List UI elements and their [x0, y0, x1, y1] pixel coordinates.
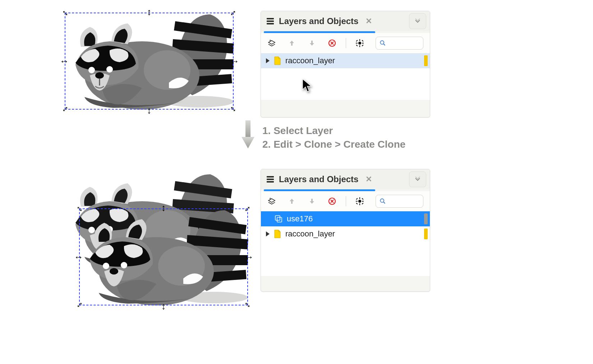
clone-icon: [275, 215, 282, 223]
resize-handle-r[interactable]: ↔: [244, 253, 253, 261]
resize-handle-b[interactable]: ↕: [145, 106, 153, 115]
search-input[interactable]: [376, 195, 423, 208]
layer-row-raccoon[interactable]: raccoon_layer: [261, 53, 430, 68]
disclosure-triangle[interactable]: [266, 231, 270, 236]
svg-rect-22: [356, 45, 358, 46]
svg-point-61: [380, 199, 384, 202]
svg-rect-12: [267, 23, 274, 24]
instruction-line-2: 2. Edit > Clone > Create Clone: [262, 138, 405, 151]
disclosure-triangle[interactable]: [266, 58, 270, 63]
svg-rect-11: [267, 20, 274, 22]
svg-rect-16: [359, 39, 360, 41]
svg-rect-17: [359, 45, 360, 47]
panel-title[interactable]: Layers and Objects ✕: [266, 174, 372, 184]
layers-icon: [266, 175, 275, 183]
svg-rect-54: [359, 203, 360, 205]
layers-icon: [266, 17, 275, 25]
instruction-line-1: 1. Select Layer: [262, 124, 405, 138]
raise-button[interactable]: [288, 197, 296, 206]
panel-header: Layers and Objects ✕: [261, 169, 430, 189]
svg-rect-20: [356, 40, 358, 42]
resize-handle-t[interactable]: ↕: [159, 203, 168, 212]
layer-row-clone[interactable]: use176: [261, 211, 430, 226]
delete-button[interactable]: [328, 39, 336, 47]
panel-title-text: Layers and Objects: [279, 16, 358, 26]
color-swatch[interactable]: [424, 213, 428, 224]
svg-rect-59: [356, 203, 358, 204]
svg-line-62: [383, 202, 385, 204]
arrow-down-icon: [241, 120, 255, 149]
svg-rect-26: [245, 120, 250, 138]
svg-rect-64: [277, 217, 282, 222]
search-icon: [380, 40, 386, 46]
svg-text:+: +: [269, 39, 271, 42]
color-swatch[interactable]: [424, 229, 428, 239]
svg-rect-63: [275, 216, 280, 220]
resize-handle-l[interactable]: ↔: [60, 57, 68, 65]
delete-button[interactable]: [328, 197, 336, 206]
layer-row-raccoon[interactable]: raccoon_layer: [261, 226, 430, 241]
gear-icon: [356, 197, 364, 205]
settings-button[interactable]: [355, 197, 364, 206]
new-layer-button[interactable]: +: [267, 39, 276, 47]
layers-panel-before: Layers and Objects ✕ +: [261, 11, 430, 118]
layer-file-icon: [274, 230, 281, 238]
chevron-down-icon: [414, 176, 421, 183]
toolbar-separator: [346, 196, 346, 206]
gear-icon: [356, 39, 364, 47]
instruction-text: 1. Select Layer 2. Edit > Clone > Create…: [262, 124, 405, 151]
svg-rect-53: [359, 197, 360, 199]
svg-rect-48: [267, 179, 274, 180]
svg-rect-55: [356, 201, 358, 202]
close-icon[interactable]: ✕: [366, 17, 372, 26]
layer-name: use176: [287, 214, 313, 224]
layer-name: raccoon_layer: [285, 229, 335, 239]
layers-list: use176 raccoon_layer: [261, 211, 430, 276]
color-swatch[interactable]: [424, 55, 428, 66]
panel-title[interactable]: Layers and Objects ✕: [266, 16, 372, 26]
svg-point-52: [358, 200, 361, 203]
resize-handle-r[interactable]: ↔: [230, 57, 239, 65]
svg-line-25: [383, 44, 385, 46]
close-icon[interactable]: ✕: [366, 175, 372, 184]
canvas-top: ↕ ↕ ↕ ↕ ↕ ↕ ↔ ↔: [59, 0, 239, 119]
lower-button[interactable]: [308, 197, 316, 206]
chevron-down-icon: [414, 18, 421, 25]
new-layer-button[interactable]: +: [267, 197, 276, 206]
panel-toolbar: +: [261, 33, 430, 53]
search-input[interactable]: [376, 37, 423, 50]
svg-point-24: [380, 41, 384, 44]
svg-rect-56: [362, 201, 364, 202]
settings-button[interactable]: [355, 39, 364, 47]
layers-panel-after: Layers and Objects ✕ +: [261, 169, 430, 292]
cursor-icon: [302, 79, 312, 92]
svg-rect-23: [362, 45, 364, 46]
svg-rect-18: [356, 43, 358, 43]
resize-handle-b[interactable]: ↕: [159, 302, 168, 310]
svg-rect-47: [267, 176, 274, 178]
lower-button[interactable]: [308, 39, 316, 47]
layers-list: raccoon_layer: [261, 53, 430, 100]
collapse-button[interactable]: [409, 13, 426, 29]
layer-file-icon: [274, 56, 281, 65]
svg-rect-10: [267, 18, 274, 19]
resize-handle-t[interactable]: ↕: [145, 8, 153, 16]
resize-handle-l[interactable]: ↔: [74, 253, 83, 261]
raise-button[interactable]: [288, 39, 296, 47]
canvas-bottom: ↕ ↕ ↕ ↕ ↕ ↕ ↔ ↔: [59, 160, 246, 311]
collapse-button[interactable]: [409, 171, 426, 187]
svg-rect-21: [362, 40, 364, 42]
svg-point-15: [358, 42, 361, 45]
svg-rect-60: [362, 203, 364, 204]
toolbar-separator: [346, 38, 346, 48]
svg-rect-19: [362, 43, 364, 43]
svg-text:+: +: [269, 197, 271, 201]
search-icon: [380, 198, 386, 204]
svg-rect-57: [356, 198, 358, 200]
selection-box[interactable]: ↕ ↕ ↕ ↕ ↕ ↕ ↔ ↔: [65, 13, 234, 110]
panel-header: Layers and Objects ✕: [261, 11, 430, 31]
panel-toolbar: +: [261, 191, 430, 211]
layer-name: raccoon_layer: [285, 56, 335, 65]
selection-box[interactable]: ↕ ↕ ↕ ↕ ↕ ↕ ↔ ↔: [79, 208, 248, 305]
svg-rect-58: [362, 198, 364, 200]
